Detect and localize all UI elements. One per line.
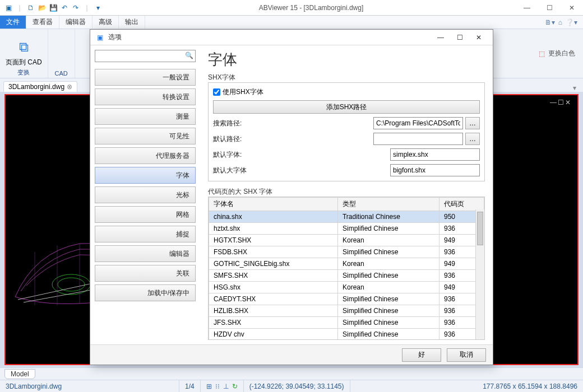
table-row[interactable]: hztxt.shxSimplified Chinese936 [209,223,484,235]
table-cell: Simplified Chinese [337,329,439,340]
status-filename: 3DLamborgini.dwg [6,382,62,390]
win-maximize-icon[interactable]: ☐ [538,0,561,16]
options-nav-1[interactable]: 转换设置 [95,88,196,105]
qat-dropdown-icon[interactable]: ▾ [93,3,103,13]
ok-button[interactable]: 好 [402,348,441,362]
qat-save-icon[interactable]: 💾 [48,3,58,13]
table-cell: Simplified Chinese [337,223,439,235]
add-shx-path-button[interactable]: 添加SHX路径 [213,100,480,114]
options-nav-4[interactable]: 代理服务器 [95,147,196,164]
options-nav-5[interactable]: 字体 [95,167,196,184]
options-search-input[interactable] [95,50,196,62]
menu-tab-output[interactable]: 输出 [119,16,145,29]
table-row[interactable]: HGTXT.SHXKorean949 [209,235,484,246]
default-path-input[interactable] [373,133,463,145]
table-cell: Simplified Chinese [337,317,439,329]
dialog-close-icon[interactable]: ✕ [469,31,488,44]
table-cell: Simplified Chinese [337,293,439,305]
menu-help-icon[interactable]: ❔▾ [566,18,577,26]
menu-tab-viewer[interactable]: 查看器 [26,16,59,29]
qat-sep: | [15,3,25,13]
col-codepage[interactable]: 代码页 [439,198,484,211]
table-cell: GOTHIC_SINGLEbig.shx [209,258,338,270]
table-cell: china.shx [209,211,338,223]
status-tool-3-icon[interactable]: ⊥ [223,382,229,390]
viewport-min-icon[interactable]: — [550,99,557,106]
table-row[interactable]: CAEDYT.SHXSimplified Chinese936 [209,293,484,305]
viewport-max-icon[interactable]: ☐ [558,99,564,106]
ribbon-page-to-cad-button[interactable]: ⧉ 页面到 CAD [6,38,42,67]
menu-tab-file[interactable]: 文件 [0,16,26,29]
shx-group-label: SHX字体 [208,73,485,82]
qat-new-icon[interactable]: 🗋 [26,3,36,13]
scroll-thumb[interactable] [477,212,483,245]
dialog-icon: ▣ [95,32,105,43]
options-nav-2[interactable]: 测量 [95,108,196,125]
codepage-table-caption: 代码页的大 SHX 字体 [208,187,485,197]
doc-tab-label: 3DLamborgini.dwg [8,83,64,91]
doc-tabs-overflow-icon[interactable]: ▾ [570,84,580,92]
col-type[interactable]: 类型 [337,198,439,211]
default-bigfont-input[interactable] [390,164,480,176]
col-fontname[interactable]: 字体名 [209,198,338,211]
qat-cube-icon[interactable]: ▣ [3,3,13,13]
options-nav-3[interactable]: 可见性 [95,128,196,144]
status-tool-2-icon[interactable]: ⁝⁝ [215,382,220,390]
dialog-footer: 好 取消 [90,344,493,365]
table-row[interactable]: SMFS.SHXSimplified Chinese936 [209,270,484,282]
table-row[interactable]: HZDV chvSimplified Chinese936 [209,329,484,340]
table-row[interactable]: GOTHIC_SINGLEbig.shxKorean949 [209,258,484,270]
model-tab[interactable]: Model [4,369,35,379]
codepage-table-wrap: 字体名 类型 代码页 china.shxTraditional Chinese9… [208,197,485,340]
table-scrollbar[interactable]: ▴ [475,209,484,339]
table-cell: Korean [337,282,439,293]
options-nav-8[interactable]: 捕捉 [95,226,196,242]
options-nav-7[interactable]: 网格 [95,206,196,223]
menu-doc-icon[interactable]: 🗎▾ [545,18,555,26]
menu-home-icon[interactable]: ⌂ [558,18,562,26]
qat-open-icon[interactable]: 📂 [37,3,47,13]
table-row[interactable]: JFS.SHXSimplified Chinese936 [209,317,484,329]
table-row[interactable]: HZLIB.SHXSimplified Chinese936 [209,305,484,317]
qat-redo-icon[interactable]: ↷ [71,3,81,13]
menu-tab-editor[interactable]: 编辑器 [59,16,92,29]
table-cell: SMFS.SHX [209,270,338,282]
table-row[interactable]: FSDB.SHXSimplified Chinese936 [209,246,484,258]
codepage-table[interactable]: 字体名 类型 代码页 china.shxTraditional Chinese9… [209,197,484,340]
pdf-icon[interactable]: ⬚ [539,50,545,58]
dialog-maximize-icon[interactable]: ☐ [450,31,469,44]
use-shx-checkbox[interactable]: 使用SHX字体 [213,87,480,97]
search-path-label: 搜索路径: [213,119,258,128]
win-close-icon[interactable]: ✕ [561,0,583,16]
change-bg-label[interactable]: 更换白色 [548,49,575,58]
search-path-browse-button[interactable]: … [465,117,480,129]
use-shx-checkbox-input[interactable] [213,88,220,96]
table-cell: Korean [337,235,439,246]
viewport-close-icon[interactable]: ✕ [565,99,571,106]
dialog-title: 选项 [108,32,431,42]
options-nav-10[interactable]: 关联 [95,265,196,282]
table-cell: HZLIB.SHX [209,305,338,317]
doc-tab[interactable]: 3DLamborgini.dwg ⊗ [3,81,77,92]
table-row[interactable]: HSG.shxKorean949 [209,282,484,293]
options-nav-0[interactable]: 一般设置 [95,69,196,86]
doc-tab-close-icon[interactable]: ⊗ [67,83,72,91]
table-cell: HZDV chv [209,329,338,340]
options-nav-11[interactable]: 加载中/保存中 [95,284,196,301]
table-row[interactable]: china.shxTraditional Chinese950 [209,211,484,223]
status-tool-1-icon[interactable]: ⊞ [206,382,212,390]
default-path-browse-button[interactable]: … [465,133,480,145]
qat-undo-icon[interactable]: ↶ [59,3,70,13]
page-to-cad-icon: ⧉ [14,38,33,57]
options-nav-6[interactable]: 光标 [95,186,196,203]
dialog-minimize-icon[interactable]: — [431,31,450,44]
options-nav-9[interactable]: 编辑器 [95,245,196,262]
ribbon-group-convert: 变换 [17,67,30,77]
menu-tab-advanced[interactable]: 高级 [92,16,119,29]
default-font-input[interactable] [390,148,480,161]
status-tool-4-icon[interactable]: ↻ [232,382,238,390]
win-minimize-icon[interactable]: — [516,0,538,16]
cancel-button[interactable]: 取消 [447,348,486,362]
ribbon-page-to-cad-label: 页面到 CAD [6,58,42,67]
search-path-input[interactable] [373,117,463,129]
